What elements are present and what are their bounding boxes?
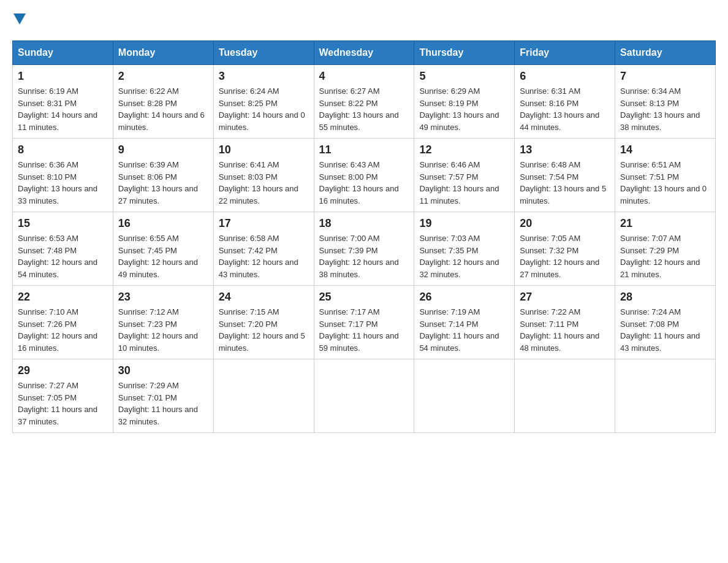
day-number: 8 [18, 144, 108, 156]
day-info: Sunrise: 7:19 AMSunset: 7:14 PMDaylight:… [419, 306, 509, 354]
day-info: Sunrise: 6:41 AMSunset: 8:03 PMDaylight:… [219, 159, 309, 207]
day-info: Sunrise: 6:22 AMSunset: 8:28 PMDaylight:… [118, 85, 208, 133]
table-row: 5Sunrise: 6:29 AMSunset: 8:19 PMDaylight… [414, 65, 515, 139]
table-row [314, 359, 414, 433]
col-friday: Friday [515, 41, 615, 65]
day-info: Sunrise: 6:48 AMSunset: 7:54 PMDaylight:… [520, 159, 610, 207]
table-row: 21Sunrise: 7:07 AMSunset: 7:29 PMDayligh… [615, 212, 716, 286]
logo-triangle-icon [12, 12, 26, 28]
table-row [414, 359, 515, 433]
day-info: Sunrise: 6:24 AMSunset: 8:25 PMDaylight:… [219, 85, 309, 133]
day-info: Sunrise: 7:05 AMSunset: 7:32 PMDaylight:… [520, 232, 610, 280]
table-row: 27Sunrise: 7:22 AMSunset: 7:11 PMDayligh… [515, 286, 615, 359]
table-row: 15Sunrise: 6:53 AMSunset: 7:48 PMDayligh… [13, 212, 113, 286]
day-info: Sunrise: 6:43 AMSunset: 8:00 PMDaylight:… [319, 159, 409, 207]
day-number: 23 [118, 291, 208, 304]
table-row: 30Sunrise: 7:29 AMSunset: 7:01 PMDayligh… [113, 359, 213, 433]
table-row: 9Sunrise: 6:39 AMSunset: 8:06 PMDaylight… [113, 139, 213, 212]
day-info: Sunrise: 6:27 AMSunset: 8:22 PMDaylight:… [319, 85, 409, 133]
day-number: 22 [18, 291, 108, 304]
day-info: Sunrise: 7:15 AMSunset: 7:20 PMDaylight:… [219, 306, 309, 354]
day-info: Sunrise: 6:39 AMSunset: 8:06 PMDaylight:… [118, 159, 208, 207]
table-row: 11Sunrise: 6:43 AMSunset: 8:00 PMDayligh… [314, 139, 414, 212]
col-thursday: Thursday [414, 41, 515, 65]
day-number: 9 [118, 144, 208, 156]
day-number: 4 [319, 70, 409, 83]
day-info: Sunrise: 6:55 AMSunset: 7:45 PMDaylight:… [118, 232, 208, 280]
day-number: 20 [520, 217, 610, 230]
table-row [515, 359, 615, 433]
calendar-week-row: 29Sunrise: 7:27 AMSunset: 7:05 PMDayligh… [13, 359, 716, 433]
day-number: 5 [419, 70, 509, 83]
table-row: 17Sunrise: 6:58 AMSunset: 7:42 PMDayligh… [213, 212, 314, 286]
table-row: 8Sunrise: 6:36 AMSunset: 8:10 PMDaylight… [13, 139, 113, 212]
table-row: 23Sunrise: 7:12 AMSunset: 7:23 PMDayligh… [113, 286, 213, 359]
day-number: 1 [18, 70, 108, 83]
col-monday: Monday [113, 41, 213, 65]
day-number: 17 [219, 217, 309, 230]
calendar-week-row: 15Sunrise: 6:53 AMSunset: 7:48 PMDayligh… [13, 212, 716, 286]
table-row: 29Sunrise: 7:27 AMSunset: 7:05 PMDayligh… [13, 359, 113, 433]
table-row: 19Sunrise: 7:03 AMSunset: 7:35 PMDayligh… [414, 212, 515, 286]
day-info: Sunrise: 7:00 AMSunset: 7:39 PMDaylight:… [319, 232, 409, 280]
day-info: Sunrise: 7:27 AMSunset: 7:05 PMDaylight:… [18, 380, 108, 427]
day-info: Sunrise: 6:19 AMSunset: 8:31 PMDaylight:… [18, 85, 108, 133]
day-info: Sunrise: 7:07 AMSunset: 7:29 PMDaylight:… [620, 232, 710, 280]
day-number: 28 [620, 291, 710, 304]
col-saturday: Saturday [615, 41, 716, 65]
day-number: 2 [118, 70, 208, 83]
day-number: 13 [520, 144, 610, 156]
table-row: 6Sunrise: 6:31 AMSunset: 8:16 PMDaylight… [515, 65, 615, 139]
day-number: 14 [620, 144, 710, 156]
day-info: Sunrise: 7:03 AMSunset: 7:35 PMDaylight:… [419, 232, 509, 280]
col-tuesday: Tuesday [213, 41, 314, 65]
day-number: 3 [219, 70, 309, 83]
day-number: 16 [118, 217, 208, 230]
table-row: 20Sunrise: 7:05 AMSunset: 7:32 PMDayligh… [515, 212, 615, 286]
day-info: Sunrise: 6:53 AMSunset: 7:48 PMDaylight:… [18, 232, 108, 280]
day-info: Sunrise: 6:51 AMSunset: 7:51 PMDaylight:… [620, 159, 710, 207]
table-row: 24Sunrise: 7:15 AMSunset: 7:20 PMDayligh… [213, 286, 314, 359]
day-number: 19 [419, 217, 509, 230]
calendar-week-row: 22Sunrise: 7:10 AMSunset: 7:26 PMDayligh… [13, 286, 716, 359]
day-number: 18 [319, 217, 409, 230]
table-row: 25Sunrise: 7:17 AMSunset: 7:17 PMDayligh… [314, 286, 414, 359]
day-number: 12 [419, 144, 509, 156]
table-row [213, 359, 314, 433]
day-info: Sunrise: 6:36 AMSunset: 8:10 PMDaylight:… [18, 159, 108, 207]
calendar-week-row: 8Sunrise: 6:36 AMSunset: 8:10 PMDaylight… [13, 139, 716, 212]
day-number: 24 [219, 291, 309, 304]
table-row: 13Sunrise: 6:48 AMSunset: 7:54 PMDayligh… [515, 139, 615, 212]
day-number: 10 [219, 144, 309, 156]
day-number: 6 [520, 70, 610, 83]
table-row: 4Sunrise: 6:27 AMSunset: 8:22 PMDaylight… [314, 65, 414, 139]
calendar-week-row: 1Sunrise: 6:19 AMSunset: 8:31 PMDaylight… [13, 65, 716, 139]
table-row: 10Sunrise: 6:41 AMSunset: 8:03 PMDayligh… [213, 139, 314, 212]
day-info: Sunrise: 6:46 AMSunset: 7:57 PMDaylight:… [419, 159, 509, 207]
day-info: Sunrise: 7:17 AMSunset: 7:17 PMDaylight:… [319, 306, 409, 354]
day-info: Sunrise: 7:10 AMSunset: 7:26 PMDaylight:… [18, 306, 108, 354]
day-info: Sunrise: 7:12 AMSunset: 7:23 PMDaylight:… [118, 306, 208, 354]
day-number: 7 [620, 70, 710, 83]
day-info: Sunrise: 7:29 AMSunset: 7:01 PMDaylight:… [118, 380, 208, 427]
day-info: Sunrise: 7:24 AMSunset: 7:08 PMDaylight:… [620, 306, 710, 354]
day-number: 25 [319, 291, 409, 304]
day-info: Sunrise: 6:58 AMSunset: 7:42 PMDaylight:… [219, 232, 309, 280]
day-number: 21 [620, 217, 710, 230]
table-row: 26Sunrise: 7:19 AMSunset: 7:14 PMDayligh… [414, 286, 515, 359]
day-info: Sunrise: 6:34 AMSunset: 8:13 PMDaylight:… [620, 85, 710, 133]
table-row: 22Sunrise: 7:10 AMSunset: 7:26 PMDayligh… [13, 286, 113, 359]
logo [12, 12, 26, 28]
table-row: 3Sunrise: 6:24 AMSunset: 8:25 PMDaylight… [213, 65, 314, 139]
day-number: 15 [18, 217, 108, 230]
calendar-header-row: Sunday Monday Tuesday Wednesday Thursday… [13, 41, 716, 65]
col-wednesday: Wednesday [314, 41, 414, 65]
day-number: 26 [419, 291, 509, 304]
col-sunday: Sunday [13, 41, 113, 65]
calendar-table: Sunday Monday Tuesday Wednesday Thursday… [12, 40, 716, 433]
table-row: 14Sunrise: 6:51 AMSunset: 7:51 PMDayligh… [615, 139, 716, 212]
day-number: 30 [118, 364, 208, 377]
table-row: 18Sunrise: 7:00 AMSunset: 7:39 PMDayligh… [314, 212, 414, 286]
day-number: 27 [520, 291, 610, 304]
day-info: Sunrise: 6:29 AMSunset: 8:19 PMDaylight:… [419, 85, 509, 133]
